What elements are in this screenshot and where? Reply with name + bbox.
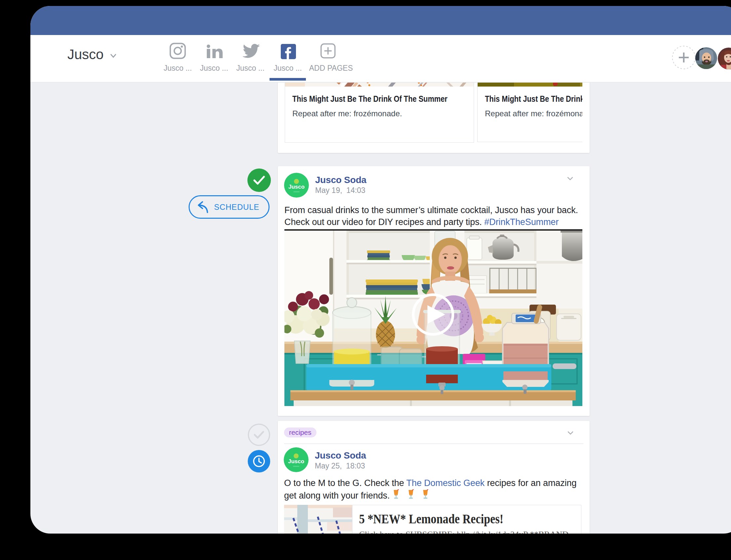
svg-text:Jusco: Jusco (288, 458, 304, 465)
svg-text:Jusco: Jusco (289, 184, 305, 190)
